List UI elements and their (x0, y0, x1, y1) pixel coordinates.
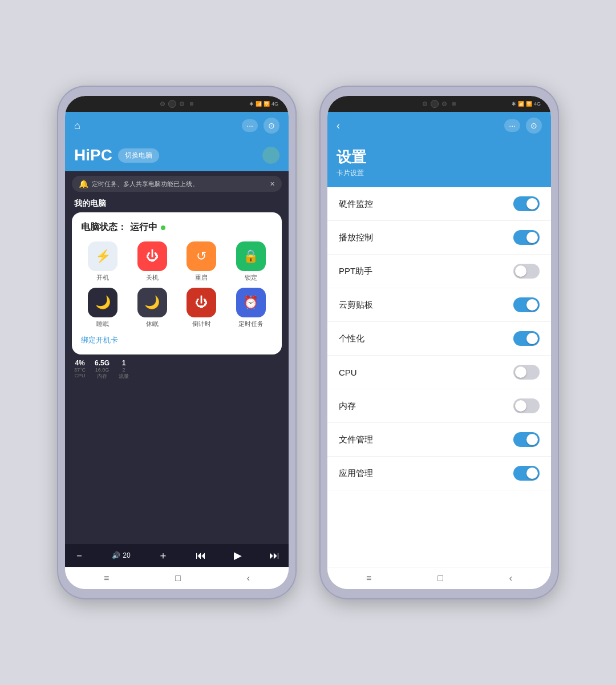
action-sleep[interactable]: 🌙 睡眠 (81, 288, 125, 328)
stat-cpu: 4% 37°C CPU (74, 359, 86, 380)
nav-menu-2[interactable]: ≡ (366, 573, 371, 583)
settings-item-hardware[interactable]: 硬件监控 (327, 187, 551, 221)
toggle-memory[interactable] (513, 398, 540, 413)
speaker-dot (180, 102, 184, 106)
settings-item-ppt[interactable]: PPT助手 (327, 255, 551, 288)
action-hibernate[interactable]: 🌙 休眠 (131, 288, 175, 328)
stat-cpu-label: CPU (75, 373, 86, 378)
settings-item-personalize[interactable]: 个性化 (327, 322, 551, 356)
timer-label: 定时任务 (238, 320, 264, 328)
hibernate-label: 休眠 (146, 320, 159, 328)
toggle-appmanager[interactable] (513, 466, 540, 481)
sleep-label: 睡眠 (96, 320, 109, 328)
status-prefix: 电脑状态： (81, 221, 127, 233)
settings-item-filemanager[interactable]: 文件管理 (327, 423, 551, 457)
back-icon[interactable]: ‹ (337, 120, 340, 132)
toggle-knob-ppt (515, 265, 526, 277)
status-value: 运行中 (130, 221, 157, 233)
play-button[interactable]: ▶ (234, 549, 242, 562)
settings-label-filemanager: 文件管理 (339, 434, 373, 445)
switch-pc-button[interactable]: 切换电脑 (118, 148, 159, 163)
sensor-dot-2 (452, 102, 456, 106)
settings-subtitle: 卡片设置 (337, 168, 542, 178)
target-button-2[interactable]: ⊙ (526, 118, 542, 134)
prev-button[interactable]: ⏮ (196, 550, 206, 562)
power-off-label: 关机 (146, 273, 159, 282)
power-on-label: 开机 (96, 273, 109, 282)
nav-menu-1[interactable]: ≡ (104, 573, 109, 583)
camera-lens (168, 100, 176, 108)
more-button-1[interactable]: ··· (242, 119, 258, 132)
settings-label-playback: 播放控制 (339, 232, 373, 243)
nav-bar-2: ≡ □ ‹ (327, 567, 551, 589)
settings-label-clipboard: 云剪贴板 (339, 300, 373, 311)
app-header-1: ⌂ ··· ⊙ (65, 112, 289, 139)
action-power-off[interactable]: ⏻ 关机 (131, 241, 175, 282)
stat-mem-value: 6.5G (95, 359, 110, 367)
target-button-1[interactable]: ⊙ (264, 118, 279, 134)
toggle-hardware[interactable] (513, 196, 540, 211)
action-power-on[interactable]: ⚡ 开机 (81, 241, 125, 282)
action-countdown[interactable]: ⏻ 倒计时 (180, 288, 224, 328)
status-bar-2: ✱ 📶 🛜 4G (327, 96, 551, 112)
wifi-icon-2: 🛜 (526, 101, 532, 107)
stat-flow: 1 2 流量 (119, 359, 129, 380)
toggle-knob-hardware (526, 198, 538, 209)
action-lock[interactable]: 🔒 锁定 (229, 241, 273, 282)
volume-up-button[interactable]: ＋ (158, 549, 168, 562)
action-restart[interactable]: ↺ 重启 (180, 241, 224, 282)
settings-item-clipboard[interactable]: 云剪贴板 (327, 288, 551, 322)
more-button-2[interactable]: ··· (504, 119, 520, 132)
settings-label-hardware: 硬件监控 (339, 199, 373, 209)
toggle-playback[interactable] (513, 230, 540, 245)
pc-card: 电脑状态： 运行中 ⚡ 开机 ⏻ 关机 ↺ (72, 212, 282, 354)
bt-icon-2: ✱ (512, 101, 516, 107)
phone2: ✱ 📶 🛜 4G ‹ ··· ⊙ 设置 卡片设置 硬件监控 (319, 86, 559, 599)
status-dot (161, 225, 165, 230)
toggle-knob-personalize (526, 333, 538, 344)
settings-label-memory: 内存 (339, 401, 356, 412)
volume-down-button[interactable]: － (74, 549, 84, 562)
nav-back-2[interactable]: ‹ (509, 573, 512, 583)
settings-item-memory[interactable]: 内存 (327, 389, 551, 423)
settings-label-ppt: PPT助手 (339, 266, 372, 277)
hibernate-icon: 🌙 (137, 288, 167, 317)
power-off-icon: ⏻ (137, 241, 167, 271)
volume-value: 20 (123, 551, 130, 559)
action-timer[interactable]: ⏰ 定时任务 (229, 288, 273, 328)
toggle-clipboard[interactable] (513, 297, 540, 312)
toggle-ppt[interactable] (513, 264, 540, 279)
sensor-dot (190, 102, 193, 106)
avatar[interactable] (262, 147, 279, 164)
nav-home-2[interactable]: □ (437, 573, 443, 583)
restart-icon: ↺ (187, 241, 216, 271)
power-on-icon: ⚡ (88, 241, 117, 271)
toggle-knob-filemanager (526, 434, 538, 445)
my-pc-label: 我的电脑 (65, 196, 289, 212)
next-button[interactable]: ⏭ (269, 550, 279, 562)
settings-item-playback[interactable]: 播放控制 (327, 221, 551, 255)
settings-item-cpu[interactable]: CPU (327, 356, 551, 389)
toggle-knob-playback (526, 232, 538, 243)
signal-icon-2: 📶 (518, 101, 524, 107)
lock-icon: 🔒 (236, 241, 266, 271)
toggle-filemanager[interactable] (513, 432, 540, 447)
home-icon[interactable]: ⌂ (74, 120, 80, 132)
notification-text: 定时任务、多人共享电脑功能已上线。 (92, 180, 198, 188)
toggle-cpu[interactable] (513, 365, 540, 380)
nav-home-1[interactable]: □ (175, 573, 181, 583)
hipc-header: HiPC 切换电脑 (65, 139, 289, 171)
bind-card-link[interactable]: 绑定开机卡 (81, 335, 273, 345)
phone1: ✱ 📶 🛜 4G ⌂ ··· ⊙ HiPC 切换电脑 🔔 定时任务、多 (57, 86, 297, 599)
restart-label: 重启 (195, 273, 208, 282)
nav-back-1[interactable]: ‹ (247, 573, 250, 583)
stat-flow-value: 1 (122, 359, 126, 367)
camera-lens-2 (431, 100, 439, 108)
settings-item-appmanager[interactable]: 应用管理 (327, 457, 551, 490)
stat-cpu-value: 4% (75, 359, 84, 367)
stat-flow-label: 流量 (119, 373, 129, 380)
toggle-knob-clipboard (526, 299, 538, 311)
bluetooth-icon: ✱ (249, 101, 254, 107)
toggle-personalize[interactable] (513, 331, 540, 346)
countdown-label: 倒计时 (192, 320, 211, 328)
